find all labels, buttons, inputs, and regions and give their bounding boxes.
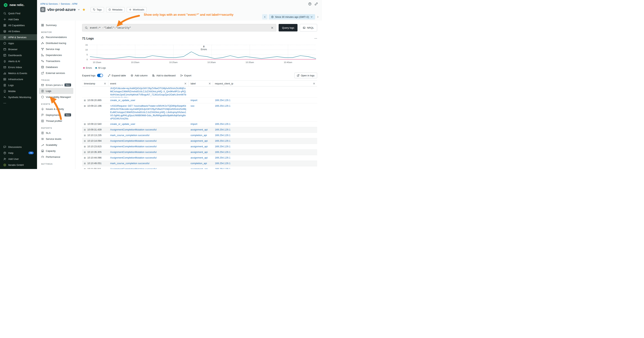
sidebar-item-apps[interactable]: Apps — [0, 40, 37, 46]
ip-link[interactable]: 169.254.129.1 — [215, 168, 230, 169]
subnav-item-vulnerability-management[interactable]: Vulnerability Management — [39, 94, 73, 100]
subnav-item-distributed-tracing[interactable]: Distributed tracing — [39, 40, 73, 46]
event-link[interactable]: AssignmentCompletionMutation successful — [110, 128, 156, 131]
sidebar-item-logs[interactable]: Logs — [0, 82, 37, 88]
event-link[interactable]: JUQVU&code=eyJraWQiOiJjcGltY29yZV8wOTl1M… — [110, 87, 186, 98]
sidebar-footer-item-discussions[interactable]: Discussions — [0, 144, 37, 150]
log-table-row[interactable]: 10:10:14.094AssignmentCompletionMutation… — [82, 138, 317, 144]
sidebar-item-errors-inbox[interactable]: Errors Inbox — [0, 64, 37, 70]
subnav-item-logs[interactable]: Logs — [39, 88, 73, 94]
favorite-star-icon[interactable] — [82, 8, 86, 11]
logs-query-input[interactable] — [90, 26, 269, 29]
breadcrumb-link[interactable]: APM & Services — [40, 3, 58, 5]
sidebar-item-quick-find[interactable]: Quick Find — [0, 10, 37, 16]
export-button[interactable]: Export — [180, 74, 192, 77]
subnav-item-service-map[interactable]: Service map — [39, 46, 73, 52]
sidebar-item-infrastructure[interactable]: Infrastructure — [0, 76, 37, 82]
label-link[interactable]: assignment_api — [190, 156, 208, 159]
label-link[interactable]: completion_api — [190, 134, 207, 137]
row-select-square[interactable] — [84, 151, 86, 153]
event-link[interactable]: AssignmentCompletionMutation successful — [110, 151, 156, 153]
ip-link[interactable]: 169.254.129.1 — [215, 145, 230, 148]
subnav-item-deployments[interactable]: DeploymentsNew — [39, 112, 73, 118]
label-link[interactable]: assignment_api — [190, 128, 208, 131]
event-link[interactable]: mark_course_completion successful — [110, 134, 150, 137]
sidebar-item-browser[interactable]: Browser — [0, 46, 37, 52]
ip-link[interactable]: 169.254.129.1 — [215, 156, 230, 159]
add-column-button[interactable]: Add column — [131, 74, 148, 77]
help-circle-icon[interactable] — [308, 2, 312, 6]
log-table-row[interactable]: 10:10:23.815AssignmentCompletionMutation… — [82, 144, 317, 150]
label-link[interactable]: assignment_api — [190, 151, 208, 153]
row-select-square[interactable] — [84, 129, 86, 131]
ip-link[interactable]: 169.254.129.1 — [215, 162, 230, 165]
metadata-button[interactable]: Metadata — [106, 7, 124, 12]
log-table-row[interactable]: 10:10:35.305AssignmentCompletionMutation… — [82, 150, 317, 155]
more-options-icon[interactable] — [314, 37, 317, 40]
sidebar-item-metrics-events[interactable]: Metrics & Events — [0, 70, 37, 76]
expand-table-button[interactable]: Expand table — [108, 74, 126, 77]
sidebar-item-add-data[interactable]: Add Data — [0, 16, 37, 22]
event-link[interactable]: AssignmentCompletionMutation successful — [110, 156, 156, 159]
clear-query-icon[interactable] — [271, 26, 274, 29]
log-table-row[interactable]: JUQVU&code=eyJraWQiOiJjcGltY29yZV8wOTl1M… — [82, 87, 317, 98]
ip-link[interactable]: 169.254.129.1 — [215, 134, 230, 137]
row-select-square[interactable] — [84, 135, 86, 136]
expand-logs-toggle[interactable] — [97, 74, 103, 77]
ip-link[interactable]: 169.254.129.1 — [215, 99, 230, 102]
legend-item-errors[interactable]: Errors — [83, 67, 92, 69]
time-picker[interactable]: Since 30 minutes ago (GMT+2) — [269, 14, 315, 20]
log-table-row[interactable]: 10:10:44.066AssignmentCompletionMutation… — [82, 155, 317, 161]
remove-column-icon[interactable] — [184, 82, 186, 85]
chevron-down-icon[interactable] — [78, 9, 80, 11]
log-table-row[interactable]: 10:11:00.311AssignmentCompletionMutation… — [82, 166, 317, 169]
subnav-item-databases[interactable]: Databases — [39, 64, 73, 70]
log-table-row[interactable]: 10:10:49.051mark_course_completion succe… — [82, 161, 317, 166]
log-table-row[interactable]: 10:09:20.895create_or_update_userimport1… — [82, 98, 317, 103]
ip-link[interactable]: 169.254.129.1 — [215, 128, 230, 131]
ip-link[interactable]: 169.254.129.1 — [215, 123, 230, 125]
sidebar-item-synthetic-monitoring[interactable]: Synthetic Monitoring — [0, 94, 37, 100]
log-table-row[interactable]: 10:09:22.540create_or_update_userimport1… — [82, 121, 317, 127]
sidebar-item-alerts-ai[interactable]: Alerts & AI — [0, 58, 37, 64]
row-select-square[interactable] — [84, 157, 86, 159]
event-link[interactable]: AssignmentCompletionMutation successful — [110, 139, 156, 142]
label-link[interactable]: completion_api — [190, 162, 207, 165]
open-in-logs-button[interactable]: Open in logs — [294, 73, 317, 78]
time-back-button[interactable] — [262, 14, 268, 20]
event-link[interactable]: create_or_update_user — [110, 99, 135, 102]
subnav-item-dependencies[interactable]: Dependencies — [39, 52, 73, 58]
ip-link[interactable]: 169.254.129.1 — [215, 151, 230, 153]
subnav-item-summary[interactable]: Summary — [39, 22, 73, 28]
event-link[interactable]: AssignmentCompletionMutation successful — [110, 145, 156, 148]
row-select-square[interactable] — [84, 140, 86, 142]
row-select-square[interactable] — [84, 146, 86, 147]
subnav-item-errors-errors-inb[interactable]: Errors (errors inb...New — [39, 82, 73, 88]
link-icon[interactable] — [314, 2, 318, 6]
subnav-item-performance[interactable]: Performance — [39, 154, 73, 160]
subnav-item-sla[interactable]: SLA — [39, 130, 73, 136]
ip-link[interactable]: 169.254.129.1 — [215, 104, 230, 107]
label-link[interactable]: assignment_api — [190, 145, 208, 148]
sidebar-footer-item-iterativ-gmbh[interactable]: Iterativ GmbH — [0, 162, 37, 168]
tags-button[interactable]: Tags — [91, 7, 104, 12]
event-link[interactable]: <ASGIRequest: GET '/sso/callback/?state=… — [110, 104, 186, 120]
subnav-item-scalability[interactable]: Scalability — [39, 142, 73, 148]
label-link[interactable]: assignment_api — [190, 139, 208, 142]
row-select-square[interactable] — [84, 105, 86, 107]
legend-item-all-logs[interactable]: All Logs — [95, 67, 106, 69]
label-link[interactable]: import — [190, 99, 197, 102]
workloads-button[interactable]: Workloads — [127, 7, 146, 12]
log-table-row[interactable]: 10:10:13.235mark_course_completion succe… — [82, 133, 317, 138]
logs-timeline-chart[interactable]: 05101510:15am10:20am10:25am10:30am10:35a… — [82, 42, 317, 66]
query-logs-button[interactable]: Query logs — [278, 24, 298, 32]
sidebar-item-more[interactable] — [0, 100, 37, 106]
add-to-dashboard-button[interactable]: Add to dashboard — [152, 74, 176, 77]
sidebar-item-mobile[interactable]: Mobile — [0, 88, 37, 94]
subnav-item-service-levels[interactable]: Service levels — [39, 136, 73, 142]
subnav-item-issues-activity[interactable]: Issues & activity — [39, 106, 73, 112]
remove-column-icon[interactable] — [208, 82, 211, 85]
log-table-row[interactable]: 10:09:22.196<ASGIRequest: GET '/sso/call… — [82, 103, 317, 121]
breadcrumb-link[interactable]: Services - APM — [61, 3, 78, 5]
row-select-square[interactable] — [84, 168, 86, 169]
